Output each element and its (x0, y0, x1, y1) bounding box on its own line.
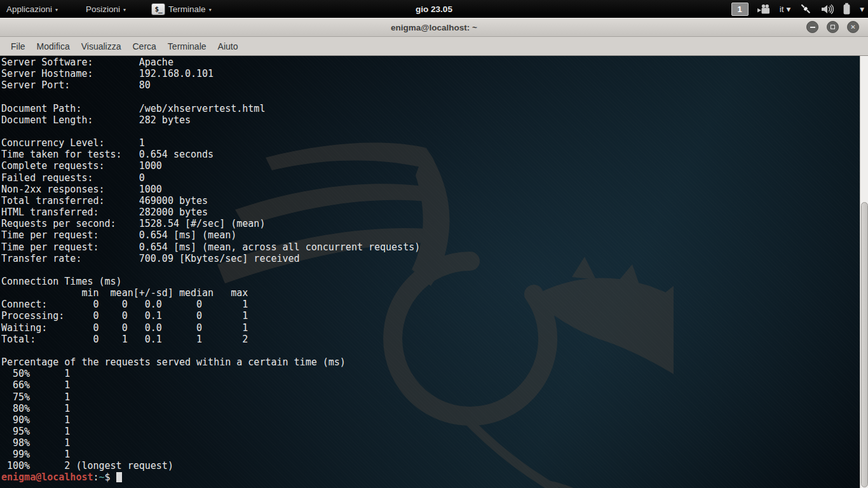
menu-edit[interactable]: Modifica (31, 41, 76, 51)
places-menu-label: Posizioni (86, 4, 120, 14)
terminal-prompt-line: enigma@localhost:~$ (1, 471, 122, 483)
battery-icon[interactable] (843, 3, 851, 15)
maximize-icon (831, 25, 835, 29)
terminal-app-icon: $_ (151, 3, 165, 15)
prompt-symbol: $ (105, 471, 111, 483)
top-panel: Applicazioni ▾ Posizioni ▾ $_ Terminale … (0, 0, 868, 18)
active-app-menu[interactable]: $_ Terminale ▾ (145, 0, 218, 18)
minimize-button[interactable] (806, 21, 818, 33)
panel-clock[interactable]: gio 23.05 (416, 4, 452, 14)
chevron-down-icon[interactable]: ▾ (860, 4, 864, 14)
menu-terminal[interactable]: Terminale (162, 41, 212, 51)
menu-file[interactable]: File (5, 41, 31, 51)
network-connector-icon[interactable] (799, 3, 812, 15)
chevron-down-icon: ▾ (786, 4, 790, 14)
menu-help[interactable]: Aiuto (212, 41, 244, 51)
maximize-button[interactable] (827, 21, 839, 33)
terminal-output: Server Software: Apache Server Hostname:… (1, 57, 420, 472)
terminal-cursor (116, 472, 122, 482)
prompt-user-host: enigma@localhost (1, 471, 93, 483)
screen-recorder-icon[interactable] (757, 4, 771, 15)
window-titlebar[interactable]: enigma@localhost: ~ ✕ (0, 18, 868, 37)
prompt-separator: : (93, 471, 99, 483)
keyboard-layout-label: it (780, 4, 784, 14)
close-button[interactable]: ✕ (847, 21, 859, 33)
active-app-label: Terminale (168, 4, 206, 14)
keyboard-layout-indicator[interactable]: it ▾ (780, 4, 791, 14)
scrollbar-thumb[interactable] (861, 202, 868, 487)
minimize-icon (810, 27, 815, 28)
window-controls: ✕ (806, 21, 859, 33)
chevron-down-icon: ▾ (55, 7, 58, 13)
terminal-scrollbar[interactable] (860, 56, 868, 488)
workspace-indicator[interactable]: 1 (731, 3, 749, 16)
terminal-menubar: File Modifica Visualizza Cerca Terminale… (0, 37, 868, 56)
applications-menu-label: Applicazioni (6, 4, 52, 14)
terminal-screen[interactable]: xtremehardware.com Server Software: Apac… (0, 56, 868, 488)
prompt-path: ~ (99, 471, 105, 483)
volume-icon[interactable] (821, 4, 834, 15)
places-menu[interactable]: Posizioni ▾ (79, 0, 132, 18)
chevron-down-icon: ▾ (209, 7, 212, 13)
chevron-down-icon: ▾ (123, 7, 126, 13)
applications-menu[interactable]: Applicazioni ▾ (0, 0, 64, 18)
menu-search[interactable]: Cerca (126, 41, 161, 51)
window-title: enigma@localhost: ~ (391, 23, 477, 32)
system-tray: 1 it ▾ (731, 0, 864, 18)
menu-view[interactable]: Visualizza (76, 41, 127, 51)
close-icon: ✕ (850, 24, 855, 30)
